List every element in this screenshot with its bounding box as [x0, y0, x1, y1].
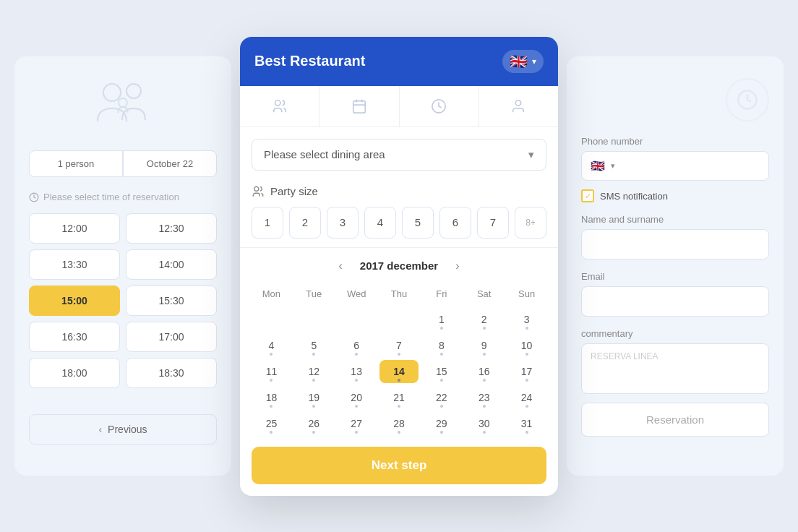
calendar-section: ‹ 2017 december › Mon Tue Wed Thu Fri Sa… — [240, 248, 558, 447]
time-cell: 16:30 — [29, 322, 120, 352]
cal-header-sun: Sun — [507, 286, 546, 305]
person-tab: 1 person — [29, 150, 123, 177]
party-size-5[interactable]: 5 — [402, 207, 434, 239]
cal-day-3[interactable]: 3 — [507, 308, 546, 331]
cal-day-22[interactable]: 22 — [421, 386, 461, 409]
cal-day-11[interactable]: 11 — [252, 360, 291, 383]
cal-day-8[interactable]: 8 — [421, 334, 461, 357]
people-icon-bg — [29, 78, 217, 129]
party-size-2[interactable]: 2 — [289, 207, 321, 239]
step-time-icon — [430, 98, 447, 115]
cal-header-tue: Tue — [294, 286, 334, 305]
party-size-more[interactable]: 8+ — [515, 207, 546, 239]
steps-row — [240, 86, 558, 127]
cal-header-sat: Sat — [464, 286, 504, 305]
cal-day-23[interactable]: 23 — [464, 386, 504, 409]
email-label: Email — [581, 271, 769, 282]
step-date-icon — [351, 98, 368, 115]
cal-day-2[interactable]: 2 — [464, 308, 504, 331]
cal-header-wed: Wed — [337, 286, 377, 305]
party-size-7[interactable]: 7 — [477, 207, 509, 239]
chevron-left-icon: ‹ — [98, 424, 102, 435]
cal-day-20[interactable]: 20 — [337, 386, 377, 409]
cal-day-28[interactable]: 28 — [379, 412, 419, 435]
time-cell: 12:30 — [126, 213, 217, 244]
next-step-button[interactable]: Next step — [252, 447, 546, 484]
time-cell-active: 15:00 — [29, 286, 120, 316]
calendar-grid: Mon Tue Wed Thu Fri Sat Sun 1 2 3 4 5 6 … — [252, 286, 546, 435]
cal-day-21[interactable]: 21 — [379, 386, 419, 409]
party-size-grid: 1 2 3 4 5 6 7 8+ — [252, 207, 546, 239]
reservation-button[interactable]: Reservation — [581, 403, 769, 437]
cal-day-30[interactable]: 30 — [464, 412, 504, 435]
sms-row: ✓ SMS notification — [581, 189, 769, 202]
previous-button-label: Previous — [108, 424, 147, 435]
svg-rect-6 — [353, 100, 366, 113]
time-label: Please select time of reservation — [29, 192, 217, 202]
cal-day-29[interactable]: 29 — [421, 412, 461, 435]
cal-day-27[interactable]: 27 — [337, 412, 377, 435]
cal-day-empty — [252, 308, 291, 331]
cal-day-7[interactable]: 7 — [379, 334, 419, 357]
party-size-3[interactable]: 3 — [327, 207, 359, 239]
party-label: Party size — [252, 185, 546, 198]
cal-day-4[interactable]: 4 — [252, 334, 291, 357]
calendar-prev-button[interactable]: ‹ — [332, 257, 348, 275]
party-section: Party size 1 2 3 4 5 6 7 8+ — [240, 176, 558, 248]
cal-day-25[interactable]: 25 — [252, 412, 291, 435]
date-tab: October 22 — [123, 150, 217, 177]
cal-day-5[interactable]: 5 — [294, 334, 334, 357]
language-selector[interactable]: 🇬🇧 ▾ — [502, 50, 544, 73]
cal-day-15[interactable]: 15 — [421, 360, 461, 383]
dining-chevron-icon: ▾ — [528, 148, 534, 161]
cal-day-13[interactable]: 13 — [337, 360, 377, 383]
svg-point-12 — [254, 186, 259, 191]
left-footer: ‹ Previous — [29, 403, 217, 445]
cal-day-9[interactable]: 9 — [464, 334, 504, 357]
step-party-icon — [271, 98, 288, 115]
step-date[interactable] — [319, 86, 399, 126]
cal-day-31[interactable]: 31 — [507, 412, 546, 435]
time-cell: 18:30 — [126, 358, 217, 388]
cal-day-10[interactable]: 10 — [507, 334, 546, 357]
cal-day-26[interactable]: 26 — [294, 412, 334, 435]
party-size-1[interactable]: 1 — [252, 207, 283, 239]
sms-label: SMS notification — [600, 191, 668, 202]
cal-day-empty — [379, 308, 419, 331]
step-party[interactable] — [240, 86, 319, 126]
email-input — [581, 286, 769, 317]
step-details[interactable] — [479, 86, 558, 126]
calendar-month-year: 2017 december — [360, 259, 438, 272]
cal-day-12[interactable]: 12 — [294, 360, 334, 383]
commentary-label: commentary — [581, 328, 769, 339]
cal-day-17[interactable]: 17 — [507, 360, 546, 383]
name-label: Name and surname — [581, 214, 769, 225]
main-modal: Best Restaurant 🇬🇧 ▾ — [240, 37, 558, 496]
flag-icon: 🇬🇧 — [591, 159, 605, 173]
cal-day-24[interactable]: 24 — [507, 386, 546, 409]
cal-day-6[interactable]: 6 — [337, 334, 377, 357]
cal-day-16[interactable]: 16 — [464, 360, 504, 383]
phone-label: Phone number — [581, 136, 769, 147]
left-panel: 1 person October 22 Please select time o… — [14, 56, 231, 476]
cal-day-19[interactable]: 19 — [294, 386, 334, 409]
calendar-next-button[interactable]: › — [450, 257, 465, 275]
party-size-4[interactable]: 4 — [364, 207, 396, 239]
svg-point-2 — [119, 98, 127, 107]
checkmark-icon: ✓ — [585, 192, 591, 201]
flag-emoji: 🇬🇧 — [510, 53, 528, 70]
cal-day-18[interactable]: 18 — [252, 386, 291, 409]
party-size-6[interactable]: 6 — [439, 207, 471, 239]
dining-area-selector[interactable]: Please select dining area ▾ — [252, 139, 546, 171]
sms-checkbox: ✓ — [581, 189, 594, 202]
commentary-input: RESERVA LINEA — [581, 343, 769, 394]
step-details-icon — [510, 98, 527, 115]
step-time[interactable] — [400, 86, 479, 126]
right-panel: Phone number 🇬🇧 ▾ ✓ SMS notification Nam… — [567, 56, 784, 476]
time-cell: 17:00 — [126, 322, 217, 352]
cal-day-14-selected[interactable]: 14 — [379, 360, 419, 383]
cal-day-1[interactable]: 1 — [421, 308, 461, 331]
cal-day-empty — [337, 308, 377, 331]
time-cell: 18:00 — [29, 358, 120, 388]
time-cell: 13:30 — [29, 249, 120, 280]
